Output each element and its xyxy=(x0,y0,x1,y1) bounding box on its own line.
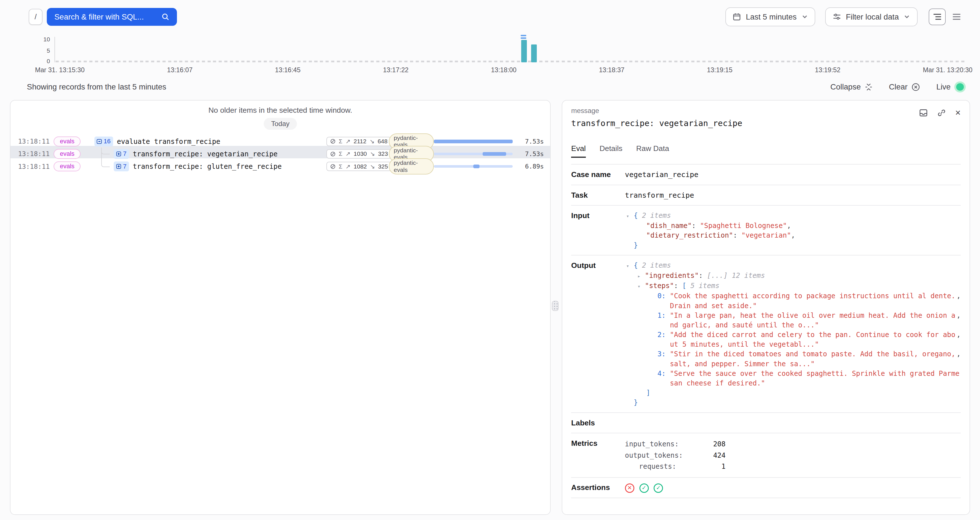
input-tokens-arrow-icon: ↗ xyxy=(346,138,351,145)
expand-children-button[interactable]: 7 xyxy=(114,149,129,159)
table-row[interactable]: 13:18:11 evals 7 transform_recipe: veget… xyxy=(11,146,550,159)
output-row: Output ▾{ 2 items ▸"ingredients": [...] … xyxy=(571,255,961,413)
collapse-caret-icon[interactable]: ▾ xyxy=(626,261,633,271)
metric-name: output_tokens: xyxy=(625,450,676,461)
span-metrics-badge: Σ ↗2112 ↘648 xyxy=(326,137,391,146)
collapse-children-button[interactable]: 16 xyxy=(94,136,113,146)
output-tokens-count: 323 xyxy=(378,151,388,157)
view-toggle-group xyxy=(929,8,965,25)
live-label: Live xyxy=(936,82,951,92)
time-range-dropdown[interactable]: Last 5 minutes xyxy=(725,7,816,26)
collapse-caret-icon[interactable]: ▾ xyxy=(626,211,633,221)
clear-label: Clear xyxy=(889,82,908,92)
panel-resize-handle[interactable] xyxy=(552,301,558,311)
output-label: Output xyxy=(571,260,625,271)
tree-connector xyxy=(101,147,110,160)
collapse-caret-icon[interactable]: ▾ xyxy=(638,282,645,291)
y-axis-tick: 0 xyxy=(36,58,50,64)
tab-raw-data[interactable]: Raw Data xyxy=(636,144,669,158)
close-icon[interactable]: × xyxy=(955,108,961,117)
slash-shortcut-key[interactable]: / xyxy=(29,9,42,25)
slash-shortcut-label: / xyxy=(35,13,37,21)
tab-eval[interactable]: Eval xyxy=(571,144,585,158)
filter-local-data-dropdown[interactable]: Filter local data xyxy=(825,7,917,26)
json-string-value: Add the diced carrot and celery to the p… xyxy=(670,331,955,348)
metrics-row: Metrics input_tokens:208 output_tokens:4… xyxy=(571,433,961,477)
tree-view-toggle[interactable] xyxy=(929,8,946,25)
task-row: Task transform_recipe xyxy=(571,185,961,206)
table-row[interactable]: 13:18:11 evals 16 evaluate transform_rec… xyxy=(11,133,550,146)
trace-rows: 13:18:11 evals 16 evaluate transform_rec… xyxy=(11,133,550,171)
json-array-entry: ,3: "Stir in the diced tomatoes and toma… xyxy=(625,349,961,368)
assertion-pass-icon[interactable]: ✓ xyxy=(654,484,663,493)
labels-row: Labels xyxy=(571,413,961,434)
flat-view-toggle[interactable] xyxy=(948,8,965,25)
x-axis-tick: 13:16:07 xyxy=(167,66,192,74)
timeline-bar[interactable] xyxy=(521,40,527,62)
topbar: / Search & filter with SQL... Last 5 min… xyxy=(0,0,980,34)
child-count: 7 xyxy=(123,163,126,170)
input-tokens-count: 2112 xyxy=(353,138,366,145)
duration-bar xyxy=(434,153,513,155)
chevron-down-icon xyxy=(904,14,910,20)
json-key: ingredients xyxy=(649,271,695,279)
child-count: 7 xyxy=(123,150,126,157)
metric-line: input_tokens:208 xyxy=(625,438,961,450)
output-json-viewer: ▾{ 2 items ▸"ingredients": [...] 12 item… xyxy=(625,260,961,407)
x-axis-tick: Mar 31. 13:20:30 xyxy=(923,66,973,74)
row-title-cell: 7 transform_recipe: gluten_free_recipe xyxy=(94,160,326,173)
input-label: Input xyxy=(571,211,625,220)
table-row[interactable]: 13:18:11 evals 7 transform_recipe: glute… xyxy=(11,159,550,171)
json-string-value: Cook the spaghetti according to package … xyxy=(670,292,955,309)
assertions-row: Assertions ✕ ✓ ✓ xyxy=(571,478,961,498)
x-axis-tick: Mar 31. 13:15:30 xyxy=(35,66,84,74)
duration-value: 7.53s xyxy=(515,138,544,145)
json-items-note: 2 items xyxy=(642,211,671,219)
assertion-fail-icon[interactable]: ✕ xyxy=(625,484,634,493)
json-array-index: 1 xyxy=(657,311,662,319)
collapse-icon xyxy=(865,83,873,91)
no-errors-icon xyxy=(330,138,336,144)
sql-search-button[interactable]: Search & filter with SQL... xyxy=(47,8,177,26)
timeline-chart[interactable]: 10 5 0 xyxy=(0,34,980,64)
span-detail-panel: message × transform_recipe: vegetarian_r… xyxy=(562,100,970,515)
metric-value: 208 xyxy=(676,438,725,450)
json-items-note: 2 items xyxy=(642,261,671,270)
timeline-bar[interactable] xyxy=(531,44,537,62)
json-string-value: Spaghetti Bolognese xyxy=(704,222,783,230)
timeline-overflow-marker xyxy=(520,35,526,40)
span-title: evaluate transform_recipe xyxy=(117,137,220,146)
sql-search-label: Search & filter with SQL... xyxy=(54,13,144,22)
tab-details[interactable]: Details xyxy=(600,144,622,158)
y-axis-tick: 5 xyxy=(36,48,50,54)
chevron-down-icon xyxy=(802,14,808,20)
assertion-pass-icon[interactable]: ✓ xyxy=(640,484,649,493)
no-errors-icon xyxy=(330,164,336,170)
labels-label: Labels xyxy=(571,418,625,428)
clear-button[interactable]: Clear xyxy=(889,82,920,92)
status-row: Showing records from the last 5 minutes … xyxy=(27,82,964,92)
json-string-value: vegetarian xyxy=(746,231,787,239)
copy-link-icon[interactable] xyxy=(937,108,946,117)
output-tokens-arrow-icon: ↘ xyxy=(370,163,375,170)
y-axis-tick: 10 xyxy=(36,36,50,43)
showing-records-text: Showing records from the last 5 minutes xyxy=(27,82,166,92)
assertion-results: ✕ ✓ ✓ xyxy=(625,483,961,493)
task-value: transform_recipe xyxy=(625,190,961,200)
calendar-icon xyxy=(733,13,741,21)
json-key: dietary_restriction xyxy=(650,231,729,239)
sigma-icon: Σ xyxy=(339,138,342,145)
live-toggle[interactable]: Live xyxy=(936,82,964,92)
expand-caret-icon[interactable]: ▸ xyxy=(638,271,645,281)
span-metrics-badge: Σ ↗1082 ↘325 xyxy=(326,162,391,171)
search-icon xyxy=(161,13,170,21)
json-collapsed-preview[interactable]: [...] xyxy=(707,271,728,279)
collapse-button[interactable]: Collapse xyxy=(830,82,873,92)
duration-value: 7.53s xyxy=(515,151,544,157)
y-axis-line xyxy=(54,37,55,62)
open-in-drawer-icon[interactable] xyxy=(919,108,928,117)
json-items-note: 5 items xyxy=(690,282,719,290)
expand-children-button[interactable]: 7 xyxy=(114,162,129,171)
metrics-label: Metrics xyxy=(571,438,625,448)
detail-header-actions: × xyxy=(919,108,961,117)
